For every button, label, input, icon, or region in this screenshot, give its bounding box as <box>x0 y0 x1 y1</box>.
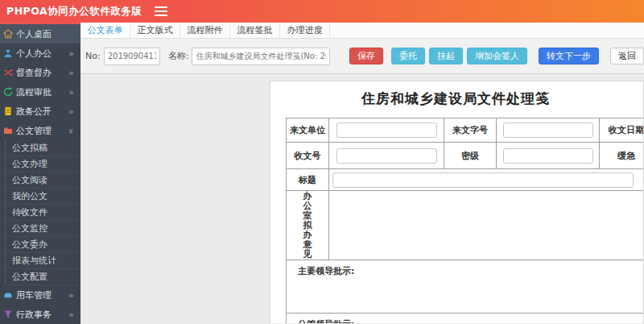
sidebar: 个人桌面 个人办公 » 督查督办 » 流程审批 » 政务公开 » 公文管理 » <box>0 23 80 324</box>
office-opinion-area[interactable] <box>329 191 644 260</box>
sidebar-item-label: 用车管理 <box>16 289 68 301</box>
home-icon <box>3 29 14 39</box>
document-form-table: 来文单位 来文字号 收文日期 收文号 密级 缓急 <box>286 118 644 323</box>
filter-icon <box>3 309 14 319</box>
submenu-item-document-handling[interactable]: 公文办理 <box>6 156 80 172</box>
table-row: 来文单位 来文字号 收文日期 <box>287 118 644 143</box>
source-unit-input[interactable] <box>336 123 437 138</box>
submenu-item-document-config[interactable]: 公文配置 <box>6 269 80 285</box>
submenu-item-document-draft[interactable]: 公文拟稿 <box>6 140 80 156</box>
sidebar-item-label: 公文管理 <box>16 125 68 137</box>
tab-body-layout[interactable]: 正文版式 <box>130 23 180 38</box>
doc-title-label: 标题 <box>287 169 329 191</box>
suspend-button[interactable]: 挂起 <box>429 48 463 64</box>
urgency-label: 缓急 <box>600 143 644 169</box>
submenu-item-document-delegation[interactable]: 公文委办 <box>6 237 80 253</box>
table-row: 分管领导批示: <box>287 314 644 324</box>
phpoa-app: PHPOA协同办公软件政务版 个人桌面 个人办公 » 督查督办 » 流程审批 »… <box>0 0 644 324</box>
car-icon <box>3 290 14 300</box>
receive-no-input[interactable] <box>336 148 437 164</box>
tab-flow-attachments[interactable]: 流程附件 <box>180 23 230 38</box>
chevron-right-icon: » <box>68 309 74 320</box>
office-opinion-label: 办公室拟办意见 <box>303 192 313 260</box>
tab-flow-approval[interactable]: 流程签批 <box>230 23 280 38</box>
sync-icon <box>3 87 14 97</box>
toolbar: No: 名称: 保存 委托 挂起 增加会签人 转文下一步 返回 <box>80 39 644 74</box>
tab-document-form[interactable]: 公文表单 <box>80 23 130 38</box>
user-icon <box>3 48 14 58</box>
sidebar-item-label: 个人桌面 <box>16 28 77 40</box>
submenu-item-my-documents[interactable]: 我的公文 <box>6 189 80 205</box>
forward-next-step-button[interactable]: 转文下一步 <box>539 48 599 64</box>
sidebar-item-personal-desktop[interactable]: 个人桌面 <box>0 24 80 44</box>
sidebar-item-personal-office[interactable]: 个人办公 » <box>0 44 80 63</box>
table-row: 标题 <box>287 169 644 191</box>
source-unit-label: 来文单位 <box>287 118 329 143</box>
tab-bar: 公文表单 正文版式 流程附件 流程签批 办理进度 <box>80 23 644 39</box>
chevron-right-icon: » <box>68 87 74 98</box>
document-title: 住房和城乡建设局文件处理笺 <box>270 89 641 108</box>
doc-title-input[interactable] <box>332 172 634 188</box>
back-button[interactable]: 返回 <box>610 48 644 64</box>
main-area: 公文表单 正文版式 流程附件 流程签批 办理进度 No: 名称: 保存 委托 挂… <box>80 23 644 324</box>
sidebar-item-workflow-approval[interactable]: 流程审批 » <box>0 82 80 102</box>
chevron-right-icon: » <box>68 290 74 301</box>
receive-no-label: 收文号 <box>287 143 329 169</box>
tab-progress[interactable]: 办理进度 <box>280 23 330 38</box>
sidebar-item-label: 流程审批 <box>16 86 68 98</box>
table-row: 办公室拟办意见 <box>287 191 644 260</box>
name-input[interactable] <box>192 48 330 65</box>
submenu-item-document-monitor[interactable]: 公文监控 <box>6 221 80 237</box>
table-row: 主要领导批示: <box>287 260 644 314</box>
document-icon <box>3 106 14 116</box>
main-leader-remarks-label: 主要领导批示: <box>298 266 354 276</box>
document-management-submenu: 公文拟稿 公文办理 公文阅读 我的公文 待收文件 公文监控 公文委办 报表与统计… <box>5 140 80 285</box>
menu-toggle-icon[interactable] <box>155 6 167 16</box>
add-countersigner-button[interactable]: 增加会签人 <box>467 48 527 64</box>
chevron-right-icon: » <box>68 48 74 59</box>
source-doc-no-label: 来文字号 <box>444 118 497 143</box>
document-paper: 住房和城乡建设局文件处理笺 来文单位 来文字号 收文日期 <box>270 81 644 323</box>
sidebar-item-vehicle-management[interactable]: 用车管理 » <box>0 285 80 305</box>
name-label: 名称: <box>168 50 189 62</box>
submenu-item-reports-statistics[interactable]: 报表与统计 <box>6 253 80 269</box>
source-doc-no-input[interactable] <box>503 123 593 138</box>
no-label: No: <box>85 51 101 61</box>
chevron-right-icon: » <box>68 68 74 78</box>
sidebar-item-admin-affairs[interactable]: 行政事务 » <box>0 305 80 324</box>
submenu-item-document-reading[interactable]: 公文阅读 <box>6 172 80 189</box>
folder-icon <box>3 126 14 135</box>
sidebar-item-label: 个人办公 <box>16 48 68 60</box>
branch-leader-remarks-label: 分管领导批示: <box>298 319 354 323</box>
sidebar-item-supervision[interactable]: 督查督办 » <box>0 63 80 82</box>
sidebar-item-label: 督查督办 <box>16 67 68 79</box>
content-area: 住房和城乡建设局文件处理笺 来文单位 来文字号 收文日期 <box>80 74 644 323</box>
secrecy-label: 密级 <box>444 143 497 169</box>
sidebar-item-label: 政务公开 <box>16 106 68 118</box>
topbar: PHPOA协同办公软件政务版 <box>0 0 644 23</box>
no-input[interactable] <box>104 48 160 65</box>
chevron-right-icon: » <box>68 106 74 117</box>
sidebar-item-document-management[interactable]: 公文管理 » <box>0 121 80 140</box>
save-button[interactable]: 保存 <box>349 48 383 64</box>
app-title: PHPOA协同办公软件政务版 <box>6 5 142 19</box>
receive-date-label: 收文日期 <box>600 118 644 143</box>
secrecy-input[interactable] <box>503 148 593 164</box>
branch-leader-remarks-area[interactable]: 分管领导批示: <box>287 314 644 324</box>
main-leader-remarks-area[interactable]: 主要领导批示: <box>287 260 644 314</box>
sidebar-item-government-disclosure[interactable]: 政务公开 » <box>0 102 80 121</box>
delegate-button[interactable]: 委托 <box>391 48 425 64</box>
table-row: 收文号 密级 缓急 <box>287 143 644 169</box>
sidebar-item-label: 行政事务 <box>16 309 68 321</box>
submenu-item-pending-documents[interactable]: 待收文件 <box>6 205 80 221</box>
chevron-down-icon: » <box>66 128 76 134</box>
shuffle-icon <box>3 68 14 77</box>
